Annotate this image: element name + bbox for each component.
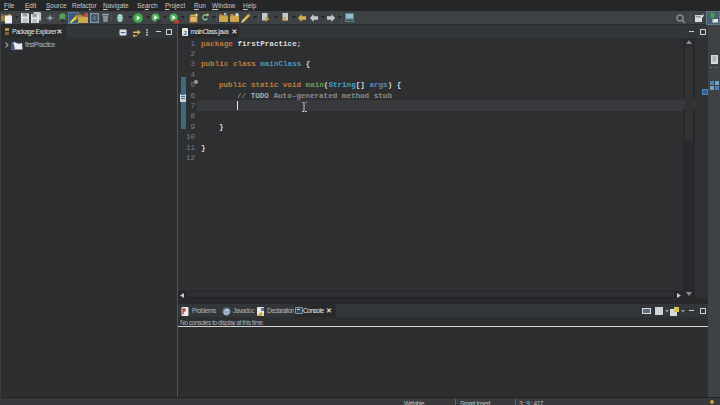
svg-text:@: @ — [223, 308, 230, 315]
svg-text:J: J — [183, 29, 186, 35]
